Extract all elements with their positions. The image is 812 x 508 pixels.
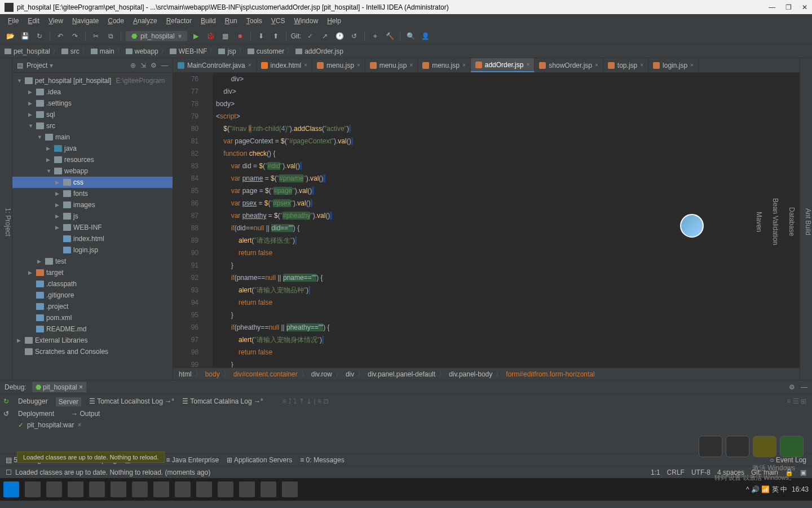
tree-item-index-html[interactable]: index.html [12,233,173,244]
tree-item-fonts[interactable]: ▶fonts [12,188,173,199]
deployment-tab[interactable]: Deployment [18,410,54,418]
menu-navigate[interactable]: Navigate [69,16,102,26]
menu-window[interactable]: Window [290,16,321,26]
menu-code[interactable]: Code [104,16,127,26]
taskbar-app[interactable] [239,481,255,497]
editor-tab-showOrder-jsp[interactable]: showOrder.jsp× [535,58,603,72]
server-tab[interactable]: Server [56,397,81,406]
tree-item-scratches-and-consoles[interactable]: Scratches and Consoles [12,346,173,357]
menu-edit[interactable]: Edit [24,16,43,26]
nav-item[interactable]: main [91,47,114,55]
tool-project[interactable]: 1: Project [4,64,12,380]
expand-icon[interactable]: ⇲ [140,62,146,69]
coverage-icon[interactable]: ▦ [220,30,231,42]
menu-build[interactable]: Build [197,16,219,26]
menu-view[interactable]: View [45,16,67,26]
hammer-icon[interactable]: 🔨 [384,30,395,42]
taskbar-app[interactable] [68,481,83,497]
gear-icon[interactable]: ⚙ [789,383,795,391]
float-btn[interactable] [780,436,804,457]
breadcrumb-item[interactable]: div.panel.panel-default [368,370,435,378]
vcs-update-icon[interactable]: ⬇ [255,30,267,42]
tree-item-web-inf[interactable]: ▶WEB-INF [12,222,173,233]
editor-breadcrumb[interactable]: html〉body〉div#content.container〉div.row〉… [173,367,800,380]
nav-item[interactable]: src [61,47,80,55]
editor-tab-menu-jsp[interactable]: menu.jsp× [365,58,418,72]
nav-item[interactable]: customer [248,47,284,55]
tree-item-pom-xml[interactable]: pom.xml [12,312,173,323]
tree-item-webapp[interactable]: ▼webapp [12,165,173,177]
maximize-button[interactable]: ❐ [785,3,792,11]
cursor-position[interactable]: 1:1 [651,468,660,476]
tray-icons[interactable]: ^ 🔊 📶 英 中 [746,485,787,494]
float-btn[interactable] [699,436,722,457]
code-area[interactable]: div> div>body><script> $("#nav li:nth-ch… [213,73,800,367]
menu-run[interactable]: Run [222,16,241,26]
search-button[interactable] [25,481,41,497]
editor-tab-menu-jsp[interactable]: menu.jsp× [418,58,471,72]
editor-tab-addOrder-jsp[interactable]: addOrder.jsp× [471,58,535,72]
java-enterprise-tool[interactable]: ≡ Java Enterprise [166,456,219,464]
line-separator[interactable]: CRLF [667,468,685,476]
taskbar-app[interactable] [132,481,148,497]
breadcrumb-item[interactable]: div#content.container [233,370,298,378]
menu-refactor[interactable]: Refactor [163,16,195,26]
menu-vcs[interactable]: VCS [268,16,289,26]
git-rollback-icon[interactable]: ↺ [348,30,360,42]
tree-item--settings[interactable]: ▶.settings [12,98,173,109]
app-servers-tool[interactable]: ⊞ Application Servers [227,456,292,464]
taskbar-app[interactable] [153,481,169,497]
fold-gutter[interactable] [204,73,213,367]
float-btn[interactable] [753,436,776,457]
git-history-icon[interactable]: 🕐 [334,30,345,42]
project-tree[interactable]: ▼pet_hospital [pit_hospital]E:\giteeProg… [12,73,173,380]
encoding[interactable]: UTF-8 [691,468,710,476]
avatar-icon[interactable]: 👤 [420,30,431,42]
tree-item-pet-hospital--pit-hospital-[interactable]: ▼pet_hospital [pit_hospital]E:\giteeProg… [12,75,173,86]
tree-item-main[interactable]: ▼main [12,132,173,143]
tree-item--project[interactable]: .project [12,301,173,312]
nav-item[interactable]: addOrder.jsp [295,47,343,55]
menu-tools[interactable]: Tools [243,16,266,26]
git-push-icon[interactable]: ↗ [319,30,330,42]
cut-icon[interactable]: ✂ [90,30,102,42]
breadcrumb-item[interactable]: div.row [311,370,332,378]
float-btn[interactable] [726,436,749,457]
refresh-icon[interactable]: ↻ [34,30,45,42]
menu-analyze[interactable]: Analyze [130,16,161,26]
tree-item-external-libraries[interactable]: ▶External Libraries [12,335,173,346]
nav-item[interactable]: pet_hospital [5,47,50,55]
editor-tab-MainController-java[interactable]: MainController.java× [173,58,257,72]
menu-file[interactable]: File [5,16,22,26]
gear-icon[interactable]: ⚙ [151,62,157,69]
hide-icon[interactable]: — [161,62,168,69]
git-pull-icon[interactable]: ✓ [304,30,316,42]
taskbar-app[interactable] [89,481,105,497]
breadcrumb-item[interactable]: body [205,370,220,378]
tree-item-login-jsp[interactable]: login.jsp [12,244,173,256]
tree-item-readme-md[interactable]: README.md [12,323,173,335]
breadcrumb-item[interactable]: div.panel-body [449,370,492,378]
tree-item-css[interactable]: ▶css [12,177,173,188]
rerun-build-icon[interactable]: ↺ [3,410,9,418]
editor-tab-top-jsp[interactable]: top.jsp× [603,58,648,72]
breadcrumb-item[interactable]: form#editfrom.form-horizontal [506,370,594,378]
taskbar-app[interactable] [282,481,298,497]
tree-item-test[interactable]: ▶test [12,256,173,267]
tree-item-sql[interactable]: ▶sql [12,109,173,120]
undo-icon[interactable]: ↶ [55,30,66,42]
stop-button[interactable]: ■ [235,30,246,42]
tree-item-images[interactable]: ▶images [12,199,173,211]
debug-config-tab[interactable]: ⬣ pit_hospital × [32,382,86,392]
editor-tab-menu-jsp[interactable]: menu.jsp× [312,58,365,72]
debug-button[interactable]: 🐞 [205,30,217,42]
tree-item--idea[interactable]: ▶.idea [12,86,173,98]
locate-icon[interactable]: ⊕ [130,62,136,69]
taskbar-app[interactable] [111,481,126,497]
vcs-commit-icon[interactable]: ⬆ [270,30,281,42]
rerun-icon[interactable]: ↻ [3,397,9,405]
editor-tab-login-jsp[interactable]: login.jsp× [648,58,699,72]
tomcat-localhost-log-tab[interactable]: ☰ Tomcat Localhost Log →° [89,397,174,406]
tool-ant[interactable]: Ant Build [804,64,812,380]
tree-item-src[interactable]: ▼src [12,120,173,132]
